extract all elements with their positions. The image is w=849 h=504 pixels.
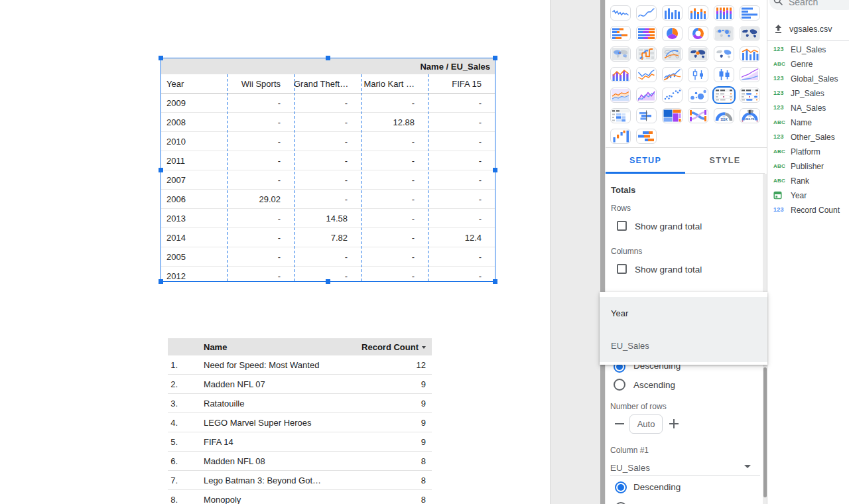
- spline-chart-icon[interactable]: [662, 67, 683, 82]
- pivot-column-header[interactable]: FIFA 15: [428, 79, 495, 89]
- scatter-chart-icon[interactable]: [662, 88, 683, 103]
- field-row-record-count[interactable]: 123Record Count: [767, 202, 849, 217]
- number-of-rows-value[interactable]: Auto: [629, 414, 663, 434]
- row-sort-ascending-label[interactable]: Ascending: [633, 380, 675, 390]
- field-row-rank[interactable]: ABCRank: [767, 173, 849, 188]
- rows-decrement-button[interactable]: [614, 418, 625, 430]
- field-row-eu-sales[interactable]: 123EU_Sales: [767, 42, 849, 56]
- waterfall-chart-icon[interactable]: [610, 129, 631, 144]
- treemap-chart-icon[interactable]: [662, 108, 683, 123]
- pivot-column-header[interactable]: Grand Theft…: [294, 79, 361, 89]
- pivot-table-heatmap-icon[interactable]: [610, 108, 631, 123]
- selection-handle-nw[interactable]: [159, 56, 163, 60]
- flight-line-map-icon[interactable]: [662, 46, 683, 62]
- pivot-table-chart[interactable]: Name / EU_Sales Year Wii SportsGrand The…: [161, 58, 495, 282]
- stacked-bar-chart-icon[interactable]: [610, 26, 631, 41]
- canvas-vertical-scrollbar[interactable]: [600, 0, 605, 504]
- field-row-other-sales[interactable]: 123Other_Sales: [767, 129, 849, 144]
- columns-grand-total-checkbox[interactable]: [617, 264, 627, 274]
- pivot-row: 2011----: [161, 151, 495, 170]
- stacked-bar-100-chart-icon[interactable]: [636, 26, 657, 41]
- multi-line-chart-icon[interactable]: [636, 67, 657, 82]
- column-sort-descending-radio[interactable]: [615, 481, 627, 493]
- candlestick-outline-chart-icon[interactable]: [688, 67, 708, 82]
- sankey-chart-icon[interactable]: [688, 108, 708, 123]
- geo-heat-map-icon[interactable]: [610, 46, 631, 62]
- smoothed-time-series-icon[interactable]: [636, 5, 657, 21]
- selection-handle-s[interactable]: [326, 279, 330, 284]
- pivot-column-header[interactable]: Wii Sports: [227, 79, 294, 89]
- selection-handle-w[interactable]: [159, 168, 163, 172]
- table-row[interactable]: 6.Madden NFL 088: [168, 452, 432, 471]
- field-row-year[interactable]: Year: [767, 188, 849, 202]
- columns-grand-total-label[interactable]: Show grand total: [635, 265, 702, 275]
- area-shaded-map-icon[interactable]: [714, 46, 734, 62]
- table-row-index: 6.: [168, 456, 186, 466]
- table-row[interactable]: 2.Madden NFL 079: [168, 375, 432, 394]
- pivot-column-header[interactable]: Mario Kart …: [361, 79, 428, 89]
- column-line-combo-chart-icon[interactable]: [610, 67, 631, 82]
- stacked-area-chart-icon[interactable]: [610, 88, 631, 103]
- stacked-column-100-chart-icon[interactable]: [714, 5, 734, 21]
- route-map-icon[interactable]: [636, 46, 657, 62]
- geo-filled-map-icon[interactable]: [740, 26, 760, 41]
- table-count-header[interactable]: Record Count: [349, 342, 432, 352]
- bar-chart-icon[interactable]: [740, 5, 760, 21]
- candlestick-chart-icon[interactable]: [714, 67, 734, 82]
- field-row-name[interactable]: ABCName: [767, 115, 849, 129]
- gauge-chart-icon[interactable]: 111K: [714, 108, 734, 123]
- tab-setup[interactable]: SETUP: [606, 148, 685, 173]
- column-sort-field-select[interactable]: EU_Sales: [610, 463, 650, 473]
- field-row-na-sales[interactable]: 123NA_Sales: [767, 100, 849, 115]
- geo-bubble-map-icon[interactable]: [714, 26, 734, 41]
- selection-handle-sw[interactable]: [159, 279, 163, 284]
- pivot-table-bars-icon[interactable]: [740, 88, 760, 103]
- bubble-chart-icon[interactable]: [688, 88, 708, 103]
- table-row[interactable]: 3.Ratatouille9: [168, 394, 432, 413]
- stacked-column-chart-icon[interactable]: [688, 5, 708, 21]
- selection-handle-e[interactable]: [493, 168, 497, 172]
- pie-chart-icon[interactable]: [662, 26, 683, 41]
- table-row[interactable]: 5.FIFA 149: [168, 432, 432, 452]
- column-chart-icon[interactable]: [662, 5, 683, 21]
- pivot-column-divider[interactable]: [428, 74, 428, 281]
- table-name-header[interactable]: Name: [186, 342, 349, 352]
- field-row-platform[interactable]: ABCPlatform: [767, 144, 849, 158]
- table-cell-count: 9: [349, 437, 432, 447]
- gantt-chart-icon[interactable]: [636, 129, 657, 144]
- area-100-chart-icon[interactable]: [636, 88, 657, 103]
- timeline-chart-icon[interactable]: [636, 108, 657, 123]
- time-series-icon[interactable]: [610, 5, 631, 21]
- field-row-publisher[interactable]: ABCPublisher: [767, 158, 849, 173]
- field-row-jp-sales[interactable]: 123JP_Sales: [767, 86, 849, 100]
- row-sort-ascending-radio[interactable]: [614, 379, 625, 391]
- selection-handle-se[interactable]: [493, 279, 497, 284]
- dropdown-option-eu-sales[interactable]: EU_Sales: [600, 330, 767, 362]
- rows-grand-total-label[interactable]: Show grand total: [635, 221, 702, 231]
- smoothed-area-chart-icon[interactable]: [740, 67, 760, 82]
- table-row[interactable]: 4.LEGO Marvel Super Heroes9: [168, 413, 432, 432]
- rows-increment-button[interactable]: [668, 418, 680, 430]
- speedometer-gauge-chart-icon[interactable]: 222.7K: [740, 108, 760, 123]
- combo-chart-icon[interactable]: [740, 46, 760, 62]
- pivot-table-icon[interactable]: [714, 88, 734, 103]
- select-caret-icon[interactable]: [744, 465, 751, 468]
- selection-handle-n[interactable]: [326, 56, 330, 60]
- tab-style[interactable]: STYLE: [685, 148, 765, 173]
- dropdown-option-year[interactable]: Year: [600, 297, 767, 330]
- report-canvas[interactable]: Name / EU_Sales Year Wii SportsGrand The…: [0, 0, 550, 504]
- pivot-column-divider[interactable]: [361, 74, 361, 281]
- selection-handle-ne[interactable]: [493, 56, 497, 60]
- pivot-column-divider[interactable]: [294, 74, 294, 281]
- table-chart[interactable]: Name Record Count 1.Need for Speed: Most…: [168, 338, 432, 504]
- field-row-genre[interactable]: ABCGenre: [767, 56, 849, 71]
- filled-map-icon[interactable]: [688, 46, 708, 62]
- column-sort-descending-label[interactable]: Descending: [633, 482, 681, 492]
- table-row[interactable]: 7.Lego Batman 3: Beyond Got…8: [168, 471, 432, 490]
- rows-grand-total-checkbox[interactable]: [617, 221, 627, 231]
- donut-chart-icon[interactable]: [688, 26, 708, 41]
- table-row[interactable]: 8.Monopoly8: [168, 490, 432, 504]
- pivot-column-divider[interactable]: [227, 74, 228, 281]
- field-row-global-sales[interactable]: 123Global_Sales: [767, 71, 849, 86]
- table-row[interactable]: 1.Need for Speed: Most Wanted12: [168, 355, 432, 375]
